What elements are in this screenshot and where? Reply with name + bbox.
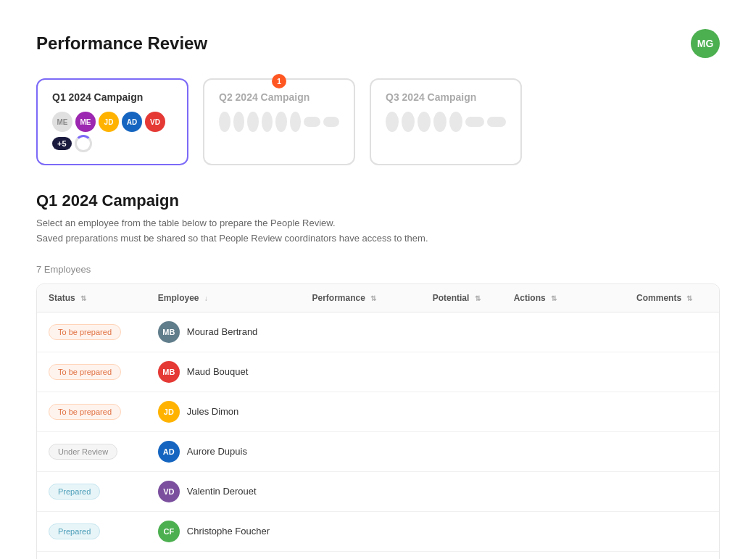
placeholder-circle	[449, 112, 462, 132]
status-cell: Shared	[37, 551, 146, 559]
employee-cell: CF Christophe Foucher	[146, 511, 301, 551]
status-cell: To be prepared	[37, 312, 146, 352]
placeholder-pill	[323, 117, 339, 127]
employee-name: Valentin Derouet	[187, 486, 257, 497]
col-status[interactable]: Status ⇅	[37, 284, 146, 312]
employee-avatar: MB	[158, 361, 180, 383]
placeholder-circle	[275, 112, 287, 132]
col-comments[interactable]: Comments ⇅	[625, 284, 719, 312]
potential-cell: High	[421, 551, 502, 559]
placeholder-circle	[290, 112, 302, 132]
performance-cell	[300, 352, 420, 392]
actions-cell: Salary Increase	[502, 551, 625, 559]
comments-cell	[625, 312, 719, 352]
actions-cell	[502, 471, 625, 511]
actions-cell	[502, 431, 625, 471]
employee-cell: JD Jules Dimon	[146, 392, 301, 431]
sort-icon-employee: ↓	[204, 294, 208, 302]
avatar-ME2: ME	[75, 112, 96, 132]
placeholder-circle	[386, 112, 399, 132]
campaigns-row: Q1 2024 Campaign ME ME JD AD VD +5 1 Q2 …	[36, 78, 720, 165]
employee-cell: MB Mourad Bertrand	[146, 312, 301, 352]
employee-name: Maud Bouquet	[187, 366, 249, 377]
employees-table-container: Status ⇅ Employee ↓ Performance ⇅ Potent…	[36, 283, 720, 559]
more-badge: +5	[52, 137, 72, 150]
employees-count: 7 Employees	[36, 264, 720, 275]
employee-avatar: VD	[158, 481, 180, 502]
table-row[interactable]: To be prepared MB Mourad Bertrand	[37, 312, 719, 352]
employee-name: Mourad Bertrand	[187, 326, 258, 337]
placeholder-pill	[487, 117, 506, 127]
campaign-q3-title: Q3 2024 Campaign	[386, 91, 506, 103]
page-header: Performance Review MG	[36, 29, 720, 58]
comments-cell	[625, 352, 719, 392]
employee-cell: VD Valentin Derouet	[146, 471, 301, 511]
performance-cell	[300, 471, 420, 511]
comments-cell: Excellent year	[625, 551, 719, 559]
table-row[interactable]: Prepared CF Christophe Foucher	[37, 511, 719, 551]
comments-cell	[625, 471, 719, 511]
employee-avatar: CF	[158, 521, 180, 542]
actions-cell	[502, 352, 625, 392]
placeholder-circle	[433, 112, 446, 132]
potential-cell	[421, 312, 502, 352]
status-cell: Under Review	[37, 431, 146, 471]
campaign-q2-placeholders	[219, 112, 339, 132]
avatar-VD: VD	[145, 112, 165, 132]
campaign-card-q2[interactable]: 1 Q2 2024 Campaign	[203, 78, 355, 165]
status-cell: To be prepared	[37, 352, 146, 392]
status-badge: Under Review	[49, 444, 117, 460]
performance-cell: Above expectations	[300, 551, 420, 559]
employee-name: Christophe Foucher	[187, 526, 270, 537]
actions-cell	[502, 511, 625, 551]
sort-icon-potential: ⇅	[475, 294, 481, 302]
avatar-AD: AD	[122, 112, 142, 132]
performance-cell	[300, 312, 420, 352]
col-performance[interactable]: Performance ⇅	[300, 284, 420, 312]
campaign-q1-avatars: ME ME JD AD VD +5	[52, 112, 173, 152]
placeholder-circle	[219, 112, 230, 132]
status-cell: To be prepared	[37, 392, 146, 431]
status-badge: To be prepared	[49, 324, 121, 340]
status-badge: To be prepared	[49, 364, 121, 380]
loading-spinner	[75, 135, 92, 152]
actions-cell	[502, 392, 625, 431]
campaign-card-q3[interactable]: Q3 2024 Campaign	[370, 78, 522, 165]
table-header-row: Status ⇅ Employee ↓ Performance ⇅ Potent…	[37, 284, 719, 312]
placeholder-circle	[402, 112, 415, 132]
potential-cell	[421, 392, 502, 431]
table-row[interactable]: To be prepared MB Maud Bouquet	[37, 352, 719, 392]
table-row[interactable]: To be prepared JD Jules Dimon	[37, 392, 719, 431]
campaign-section-title: Q1 2024 Campaign	[36, 191, 720, 210]
potential-cell	[421, 431, 502, 471]
col-actions[interactable]: Actions ⇅	[502, 284, 625, 312]
potential-cell	[421, 471, 502, 511]
status-badge: To be prepared	[49, 404, 121, 420]
table-row[interactable]: Shared AG Albane Grolet Above expectatio…	[37, 551, 719, 559]
employee-avatar: AD	[158, 441, 180, 463]
sort-icon-performance: ⇅	[370, 294, 376, 302]
notification-badge: 1	[272, 74, 286, 88]
status-cell: Prepared	[37, 511, 146, 551]
col-employee[interactable]: Employee ↓	[146, 284, 301, 312]
performance-cell	[300, 392, 420, 431]
avatar-JD: JD	[99, 112, 119, 132]
campaign-card-q1[interactable]: Q1 2024 Campaign ME ME JD AD VD +5	[36, 78, 188, 165]
employee-avatar: JD	[158, 401, 180, 423]
placeholder-circle	[233, 112, 245, 132]
actions-cell	[502, 312, 625, 352]
campaign-q2-title: Q2 2024 Campaign	[219, 91, 339, 103]
potential-cell	[421, 352, 502, 392]
employee-cell: MB Maud Bouquet	[146, 352, 301, 392]
table-row[interactable]: Under Review AD Aurore Dupuis	[37, 431, 719, 471]
status-badge: Prepared	[49, 484, 100, 500]
table-row[interactable]: Prepared VD Valentin Derouet	[37, 471, 719, 511]
sort-icon-actions: ⇅	[551, 294, 557, 302]
user-avatar[interactable]: MG	[691, 29, 720, 58]
employee-name: Aurore Dupuis	[187, 446, 247, 457]
col-potential[interactable]: Potential ⇅	[421, 284, 502, 312]
campaign-description: Select an employee from the table below …	[36, 216, 720, 247]
status-cell: Prepared	[37, 471, 146, 511]
placeholder-pill	[465, 117, 484, 127]
comments-cell	[625, 511, 719, 551]
